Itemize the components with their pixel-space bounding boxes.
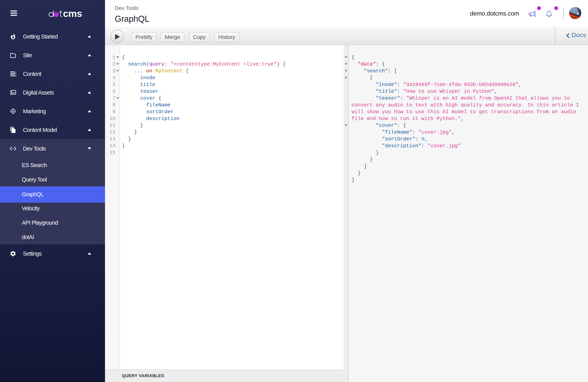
svg-text:cms: cms <box>63 10 82 17</box>
